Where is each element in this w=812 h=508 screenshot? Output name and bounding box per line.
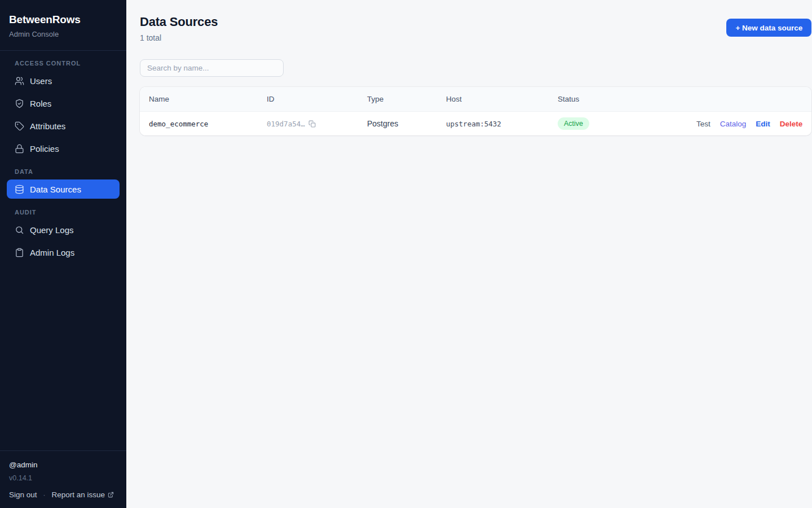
total-count: 1 total xyxy=(140,33,218,42)
sidebar-item-label: Roles xyxy=(30,99,51,108)
edit-action[interactable]: Edit xyxy=(756,120,770,128)
sidebar-item-label: Query Logs xyxy=(30,225,74,235)
tag-icon xyxy=(15,121,24,131)
sidebar: BetweenRows Admin Console ACCESS CONTROL… xyxy=(0,0,126,508)
database-icon xyxy=(15,185,24,194)
page-header: Data Sources 1 total + New data source xyxy=(140,15,811,42)
column-header-status: Status xyxy=(558,95,696,103)
nav-section-data: DATA Data Sources xyxy=(7,168,120,199)
cell-actions: Test Catalog Edit Delete xyxy=(696,120,802,128)
app-version: v0.14.1 xyxy=(9,475,117,482)
sidebar-item-admin-logs[interactable]: Admin Logs xyxy=(7,243,120,262)
users-icon xyxy=(15,76,24,86)
shield-check-icon xyxy=(15,99,24,108)
current-user: @admin xyxy=(9,461,117,469)
page-title: Data Sources xyxy=(140,15,218,29)
clipboard-icon xyxy=(15,248,24,257)
sidebar-item-data-sources[interactable]: Data Sources xyxy=(7,179,120,199)
sidebar-item-label: Data Sources xyxy=(30,185,81,194)
table-row: demo_ecommerce 019d7a54… Postgres upstre… xyxy=(140,112,811,135)
lock-icon xyxy=(15,144,24,154)
table-header-row: Name ID Type Host Status xyxy=(140,87,811,112)
sign-out-link[interactable]: Sign out xyxy=(9,491,37,499)
sidebar-nav: ACCESS CONTROL Users Roles Attributes xyxy=(0,51,126,265)
page-heading-group: Data Sources 1 total xyxy=(140,15,218,42)
search-icon xyxy=(15,225,24,235)
main-content: Data Sources 1 total + New data source N… xyxy=(126,0,812,508)
nav-section-label: DATA xyxy=(15,168,112,175)
test-action[interactable]: Test xyxy=(696,120,710,128)
cell-status: Active xyxy=(558,117,696,130)
sidebar-item-label: Users xyxy=(30,76,52,86)
sidebar-item-users[interactable]: Users xyxy=(7,71,120,90)
cell-id: 019d7a54… xyxy=(267,120,367,128)
footer-separator: · xyxy=(43,491,46,499)
sidebar-footer-links: Sign out · Report an issue xyxy=(9,491,117,499)
sidebar-item-label: Attributes xyxy=(30,121,65,131)
nav-section-audit: AUDIT Query Logs Admin Logs xyxy=(7,209,120,262)
catalog-action[interactable]: Catalog xyxy=(720,120,747,128)
sidebar-item-label: Policies xyxy=(30,144,59,154)
report-issue-link[interactable]: Report an issue xyxy=(52,491,114,499)
nav-section-label: ACCESS CONTROL xyxy=(15,60,112,67)
cell-name: demo_ecommerce xyxy=(149,120,267,128)
external-link-icon xyxy=(108,492,114,498)
sidebar-item-policies[interactable]: Policies xyxy=(7,139,120,158)
cell-host: upstream:5432 xyxy=(446,120,558,128)
id-value: 019d7a54… xyxy=(267,120,305,128)
sidebar-item-query-logs[interactable]: Query Logs xyxy=(7,220,120,239)
data-sources-table: Name ID Type Host Status demo_ecommerce … xyxy=(140,87,811,135)
nav-section-label: AUDIT xyxy=(15,209,112,216)
search-input[interactable] xyxy=(140,59,284,77)
sidebar-spacer xyxy=(0,265,126,450)
sidebar-item-roles[interactable]: Roles xyxy=(7,94,120,113)
sidebar-item-label: Admin Logs xyxy=(30,248,74,257)
sidebar-item-attributes[interactable]: Attributes xyxy=(7,116,120,135)
status-badge: Active xyxy=(558,117,589,130)
column-header-host: Host xyxy=(446,95,558,103)
cell-type: Postgres xyxy=(367,119,446,128)
column-header-id: ID xyxy=(267,95,367,103)
column-header-name: Name xyxy=(149,95,267,103)
delete-action[interactable]: Delete xyxy=(780,120,803,128)
nav-section-access-control: ACCESS CONTROL Users Roles Attributes xyxy=(7,60,120,158)
app-title: BetweenRows xyxy=(9,14,117,26)
copy-icon[interactable] xyxy=(308,120,316,128)
brand: BetweenRows Admin Console xyxy=(0,0,126,50)
app-subtitle: Admin Console xyxy=(9,30,117,38)
new-data-source-button[interactable]: + New data source xyxy=(726,19,811,37)
column-header-type: Type xyxy=(367,95,446,103)
report-issue-label: Report an issue xyxy=(52,491,105,499)
sidebar-footer: @admin v0.14.1 Sign out · Report an issu… xyxy=(0,450,126,508)
